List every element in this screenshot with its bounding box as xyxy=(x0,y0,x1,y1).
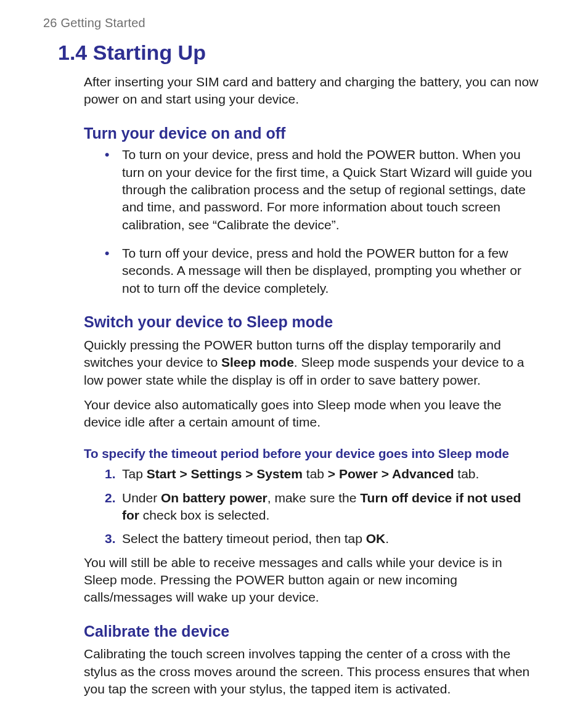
paragraph: Your device also automatically goes into… xyxy=(84,396,539,431)
text-run: . xyxy=(385,531,389,545)
running-header: 26 Getting Started xyxy=(43,15,539,31)
text-run: check box is selected. xyxy=(139,508,269,522)
paragraph: Quickly pressing the POWER button turns … xyxy=(84,337,539,389)
heading-sleep-mode: Switch your device to Sleep mode xyxy=(84,312,539,333)
list-item: Tap Start > Settings > System tab > Powe… xyxy=(105,465,536,483)
text-bold: > Power > Advanced xyxy=(328,467,454,481)
list-item: Select the battery timeout period, then … xyxy=(105,530,536,547)
ordered-steps: Tap Start > Settings > System tab > Powe… xyxy=(105,465,536,547)
page-number: 26 xyxy=(43,16,57,30)
text-bold: Start > Settings > System xyxy=(147,467,303,481)
text-bold: On battery power xyxy=(161,491,267,505)
text-bold: Sleep mode xyxy=(221,355,294,369)
text-run: Under xyxy=(122,491,161,505)
list-item: To turn off your device, press and hold … xyxy=(105,245,536,297)
text-run: Select the battery timeout period, then … xyxy=(122,531,366,545)
heading-section: 1.4 Starting Up xyxy=(43,39,539,67)
document-page: 26 Getting Started 1.4 Starting Up After… xyxy=(0,0,588,723)
heading-turn-on-off: Turn your device on and off xyxy=(84,123,539,144)
paragraph: Calibrating the touch screen involves ta… xyxy=(84,645,539,698)
text-run: Tap xyxy=(122,467,147,481)
text-run: , make sure the xyxy=(267,491,361,505)
list-turn-on-off: To turn on your device, press and hold t… xyxy=(105,146,536,297)
paragraph: You will still be able to receive messag… xyxy=(84,554,539,607)
heading-calibrate: Calibrate the device xyxy=(84,621,539,642)
text-run: tab. xyxy=(454,467,479,481)
list-item: To turn on your device, press and hold t… xyxy=(105,146,536,234)
chapter-title: Getting Started xyxy=(60,16,145,30)
text-bold: OK xyxy=(366,531,386,545)
text-run: tab xyxy=(303,467,328,481)
heading-procedure: To specify the timeout period before you… xyxy=(84,445,539,462)
intro-paragraph: After inserting your SIM card and batter… xyxy=(84,73,539,108)
list-item: Under On battery power, make sure the Tu… xyxy=(105,489,536,525)
